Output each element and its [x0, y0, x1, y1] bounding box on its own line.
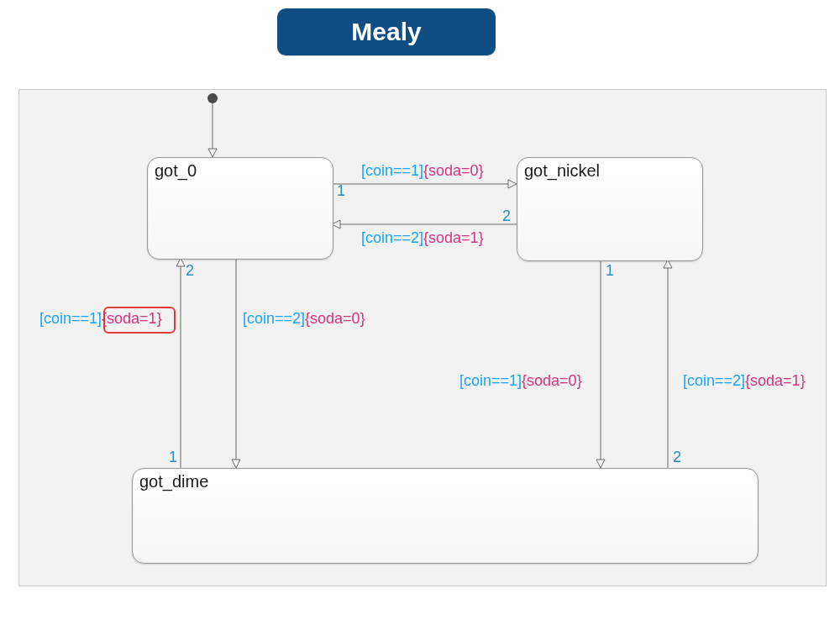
state-got-dime[interactable]: got_dime	[132, 468, 759, 564]
arrowhead-icon	[232, 460, 240, 468]
transition-priority: 1	[337, 182, 345, 200]
state-label: got_0	[155, 161, 197, 181]
diagram-title: Mealy	[277, 8, 496, 55]
highlight-box	[103, 307, 176, 334]
transition-priority: 2	[502, 208, 511, 225]
initial-state-dot-icon	[207, 93, 218, 103]
transition-condition: [coin==2]	[683, 372, 745, 389]
transition-action: {soda=0}	[305, 310, 365, 327]
transition-condition: [coin==2]	[243, 310, 305, 327]
transition-priority: 2	[186, 262, 194, 280]
arrowhead-icon	[508, 180, 517, 188]
transition-label-nickel-to-got0: [coin==2]{soda=1}	[361, 229, 484, 247]
transition-action: {soda=1}	[423, 229, 484, 246]
state-label: got_nickel	[524, 161, 600, 181]
transition-action: {soda=0}	[522, 372, 582, 389]
transition-priority: 2	[673, 449, 681, 466]
transition-label-nickel-to-dime: [coin==1]{soda=0}	[459, 372, 582, 390]
transition-condition: [coin==2]	[361, 229, 423, 246]
transition-condition: [coin==1]	[39, 310, 102, 327]
transition-action: {soda=1}	[745, 372, 806, 389]
arrowhead-icon	[208, 149, 217, 157]
transition-action: {soda=0}	[423, 162, 484, 179]
transition-label-dime-to-nickel: [coin==2]{soda=1}	[683, 372, 806, 390]
state-got-0[interactable]: got_0	[147, 157, 333, 260]
transition-condition: [coin==1]	[361, 162, 423, 179]
transition-priority: 1	[606, 262, 614, 280]
state-got-nickel[interactable]: got_nickel	[517, 157, 703, 261]
state-diagram-canvas: got_0 got_nickel got_dime 1 2 2 1 1 2 [c…	[18, 89, 827, 586]
diagram-title-text: Mealy	[351, 18, 421, 46]
transition-condition: [coin==1]	[459, 372, 522, 389]
transition-priority: 1	[169, 449, 177, 466]
state-label: got_dime	[139, 472, 208, 491]
transition-label-got0-to-nickel: [coin==1]{soda=0}	[361, 162, 484, 180]
transition-label-got0-to-dime: [coin==2]{soda=0}	[243, 310, 365, 328]
arrowhead-icon	[596, 460, 605, 468]
